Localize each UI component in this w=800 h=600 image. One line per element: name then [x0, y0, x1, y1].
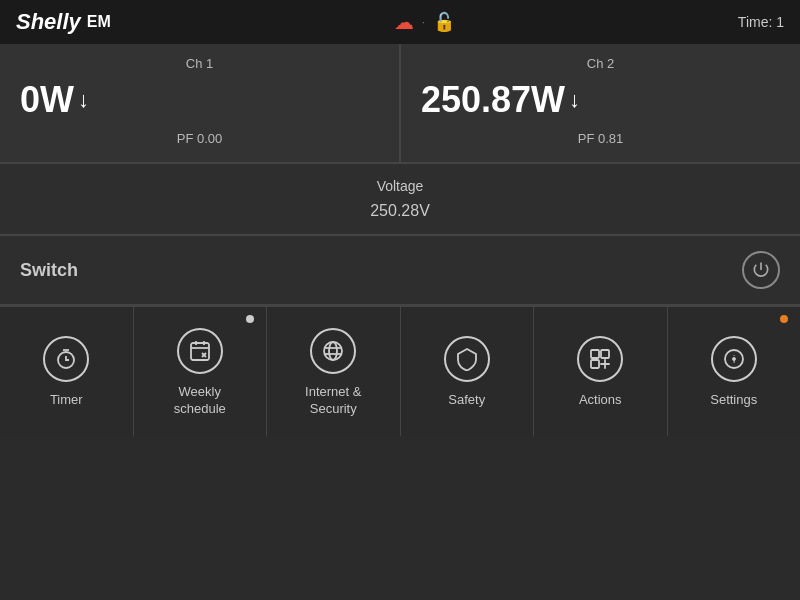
- nav-label-safety: Safety: [448, 392, 485, 409]
- channel-2-label: Ch 2: [421, 56, 780, 71]
- nav-item-actions[interactable]: Actions: [534, 307, 668, 436]
- header-icons: ☁ · 🔓: [394, 10, 455, 34]
- channel-2-pf: PF 0.81: [421, 131, 780, 146]
- channel-1-label: Ch 1: [20, 56, 379, 71]
- safety-icon: [444, 336, 490, 382]
- header: ShellyEM ☁ · 🔓 Time: 1: [0, 0, 800, 44]
- voltage-value: 250.28V: [20, 202, 780, 220]
- nav-label-settings: Settings: [710, 392, 757, 409]
- svg-rect-14: [591, 360, 599, 368]
- weekly-schedule-icon: [177, 328, 223, 374]
- svg-text:i: i: [733, 354, 735, 365]
- power-button[interactable]: [742, 251, 780, 289]
- nav-label-weekly-schedule: Weeklyschedule: [174, 384, 226, 418]
- voltage-section: Voltage 250.28V: [0, 164, 800, 236]
- switch-label: Switch: [20, 260, 78, 281]
- settings-dot: [780, 315, 788, 323]
- channel-1-arrow: ↓: [78, 87, 89, 113]
- bottom-nav: Timer Weeklyschedule Internet: [0, 306, 800, 436]
- lock-icon: 🔓: [433, 11, 455, 33]
- svg-point-9: [329, 342, 337, 360]
- nav-label-actions: Actions: [579, 392, 622, 409]
- channel-2-card: Ch 2 250.87W↓ PF 0.81: [401, 44, 800, 162]
- svg-rect-12: [591, 350, 599, 358]
- voltage-label: Voltage: [20, 178, 780, 194]
- nav-item-safety[interactable]: Safety: [401, 307, 535, 436]
- weekly-schedule-dot: [246, 315, 254, 323]
- channel-2-power: 250.87W↓: [421, 79, 780, 121]
- channels-row: Ch 1 0W↓ PF 0.00 Ch 2 250.87W↓ PF 0.81: [0, 44, 800, 164]
- channel-1-pf: PF 0.00: [20, 131, 379, 146]
- nav-item-internet-security[interactable]: Internet &Security: [267, 307, 401, 436]
- nav-item-timer[interactable]: Timer: [0, 307, 134, 436]
- svg-rect-13: [601, 350, 609, 358]
- channel-2-power-value: 250.87W: [421, 79, 565, 121]
- channel-1-card: Ch 1 0W↓ PF 0.00: [0, 44, 401, 162]
- channel-1-power: 0W↓: [20, 79, 379, 121]
- nav-item-settings[interactable]: i Settings: [668, 307, 801, 436]
- internet-security-icon: [310, 328, 356, 374]
- power-icon: [751, 260, 771, 280]
- logo-em: EM: [87, 13, 111, 31]
- svg-rect-2: [191, 343, 209, 360]
- nav-label-internet-security: Internet &Security: [305, 384, 361, 418]
- timer-icon: [43, 336, 89, 382]
- header-time: Time: 1: [738, 14, 784, 30]
- channel-1-power-value: 0W: [20, 79, 74, 121]
- switch-section: Switch: [0, 236, 800, 306]
- nav-item-weekly-schedule[interactable]: Weeklyschedule: [134, 307, 268, 436]
- actions-icon: [577, 336, 623, 382]
- settings-icon: i: [711, 336, 757, 382]
- nav-label-timer: Timer: [50, 392, 83, 409]
- logo: ShellyEM: [16, 9, 111, 35]
- svg-point-8: [324, 342, 342, 360]
- dot-separator: ·: [422, 17, 425, 28]
- logo-text: Shelly: [16, 9, 81, 35]
- channel-2-arrow: ↓: [569, 87, 580, 113]
- cloud-icon: ☁: [394, 10, 414, 34]
